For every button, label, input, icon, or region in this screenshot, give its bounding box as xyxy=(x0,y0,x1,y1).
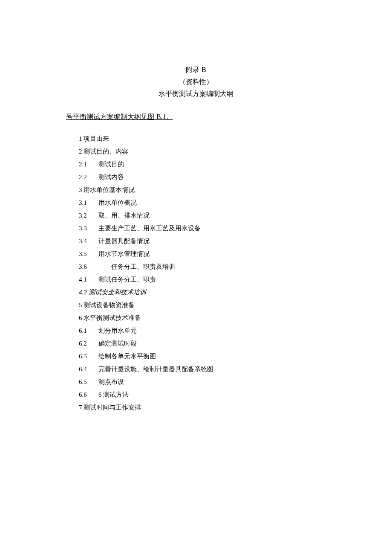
outline-item: 3.2取、用、排水情况 xyxy=(79,209,326,222)
outline-label: 测试任务分工、职责 xyxy=(98,276,156,283)
outline-item: 4.1测试任务分工、职责 xyxy=(79,273,326,286)
outline-item: 2.1测试目的 xyxy=(79,158,326,171)
outline-number: 4.1 xyxy=(79,273,98,286)
outline-text: 4.2 测试安全和技术培训 xyxy=(79,289,146,296)
outline-text: 5 测试设备物资准备 xyxy=(79,302,135,308)
outline-label: 计量器具配备情况 xyxy=(98,238,150,244)
outline-item: 3.5用水节水管理情况 xyxy=(79,247,326,260)
outline-item: 6.3绘制各单元水平衡图 xyxy=(79,350,326,363)
outline-number: 6.5 xyxy=(79,375,98,388)
outline-label: 用水节水管理情况 xyxy=(98,250,150,257)
outline-number: 3.2 xyxy=(79,209,98,222)
outline-item: 7 测试时间与工作安排 xyxy=(79,401,326,414)
outline-number: 6.6 xyxy=(79,388,98,401)
outline-text: 6 水平衡测试技术准备 xyxy=(79,314,141,321)
outline-number: 3.4 xyxy=(79,235,98,247)
outline-item: 1 项目由来 xyxy=(79,132,326,145)
outline-label: 用水单位概况 xyxy=(98,199,137,206)
outline-label: 完善计量设施、绘制计量器具配备系统图 xyxy=(98,366,213,372)
outline-text: 7 测试时间与工作安排 xyxy=(79,404,141,411)
outline-label: 主要生产工艺、用水工艺及用水设备 xyxy=(98,225,201,232)
outline-item: 6.4完善计量设施、绘制计量器具配备系统图 xyxy=(79,363,326,375)
outline-number: 3.3 xyxy=(79,222,98,235)
outline-label: 6 测试方法 xyxy=(98,391,129,398)
outline-item: 3 用水单位基本情况 xyxy=(79,183,326,196)
outline-item: 3.3主要生产工艺、用水工艺及用水设备 xyxy=(79,222,326,235)
appendix-title: 水平衡测试方案编制大纲 xyxy=(66,88,326,100)
outline-item: 3.6任务分工、职责及培训 xyxy=(79,260,326,273)
outline-number: 6.2 xyxy=(79,337,98,350)
outline-number: 6.1 xyxy=(79,324,98,337)
outline-item: 5 测试设备物资准备 xyxy=(79,299,326,311)
outline-label: 确定测试时段 xyxy=(98,340,137,347)
outline-number: 3.6 xyxy=(79,260,98,273)
outline-item: 6.2确定测试时段 xyxy=(79,337,326,350)
outline-label: 绘制各单元水平衡图 xyxy=(98,353,156,360)
appendix-label: 附录 B xyxy=(66,64,326,76)
outline-label: 测试内容 xyxy=(98,174,124,180)
outline-text: 2 测试目的、内容 xyxy=(79,148,128,155)
outline-item: 6.66 测试方法 xyxy=(79,388,326,401)
outline-label: 测试目的 xyxy=(98,161,124,168)
outline-number: 3.5 xyxy=(79,247,98,260)
outline-item: 3.4计量器具配备情况 xyxy=(79,235,326,247)
outline-item: 2.2测试内容 xyxy=(79,171,326,183)
outline-label: 任务分工、职责及培训 xyxy=(111,263,175,270)
outline-number: 6.4 xyxy=(79,363,98,375)
outline-number: 2.2 xyxy=(79,171,98,183)
outline-item: 6 水平衡测试技术准备 xyxy=(79,311,326,324)
outline-number: 6.3 xyxy=(79,350,98,363)
outline-label: 测点布设 xyxy=(98,378,124,385)
outline-item: 3.1用水单位概况 xyxy=(79,196,326,209)
outline-text: 1 项目由来 xyxy=(79,135,109,142)
outline-label: 划分用水单元 xyxy=(98,327,137,334)
outline-container: 1 项目由来2 测试目的、内容2.1测试目的2.2测试内容3 用水单位基本情况3… xyxy=(66,132,326,414)
outline-item: 6.5测点布设 xyxy=(79,375,326,388)
outline-item: 2 测试目的、内容 xyxy=(79,145,326,158)
outline-label: 取、用、排水情况 xyxy=(98,212,150,219)
appendix-type: （资料性） xyxy=(66,76,326,88)
outline-text: 3 用水单位基本情况 xyxy=(79,186,135,193)
intro-text: 号平衡测试方案编制大纲见图 B.1。 xyxy=(66,113,326,122)
outline-item: 6.1划分用水单元 xyxy=(79,324,326,337)
outline-number: 3.1 xyxy=(79,196,98,209)
outline-number: 2.1 xyxy=(79,158,98,171)
outline-item: 4.2 测试安全和技术培训 xyxy=(79,286,326,299)
